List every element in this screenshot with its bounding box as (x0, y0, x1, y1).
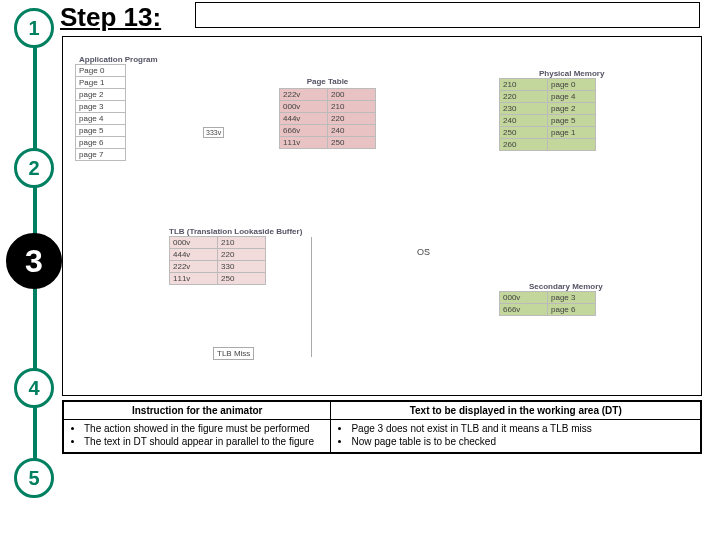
secondary-memory-block: Secondary Memory 000vpage 3 666vpage 6 (499, 282, 603, 316)
step-node-2: 2 (14, 148, 54, 188)
dt-header: Text to be displayed in the working area… (331, 401, 701, 420)
list-item: The text in DT should appear in parallel… (84, 436, 324, 447)
table-row: Page 0 (76, 65, 126, 77)
table-row: Page 1 (76, 77, 126, 89)
table-row: page 3 (76, 101, 126, 113)
step-title: Step 13: (60, 2, 161, 33)
table-row: 230page 2 (500, 103, 596, 115)
os-label: OS (417, 247, 430, 257)
instruction-cell: The action showed in the figure must be … (63, 420, 331, 454)
table-row: 240page 5 (500, 115, 596, 127)
table-row: page 4 (76, 113, 126, 125)
table-row: 222v200 (280, 89, 376, 101)
secondary-memory-table: 000vpage 3 666vpage 6 (499, 291, 596, 316)
table-row: 111v250 (280, 137, 376, 149)
dt-cell: Page 3 does not exist in TLB and it mean… (331, 420, 701, 454)
table-row: 000v210 (170, 237, 266, 249)
table-row: 220page 4 (500, 91, 596, 103)
table-row: 222v330 (170, 261, 266, 273)
tlb-label: TLB (Translation Lookaside Buffer) (169, 227, 302, 236)
table-row: 666v240 (280, 125, 376, 137)
stepper: 1 2 3 4 5 (14, 8, 54, 480)
application-program-label: Application Program (79, 55, 158, 64)
list-item: Page 3 does not exist in TLB and it mean… (351, 423, 694, 434)
application-program-table: Page 0 Page 1 page 2 page 3 page 4 page … (75, 64, 126, 161)
table-row: 666vpage 6 (500, 304, 596, 316)
table-row: page 6 (76, 137, 126, 149)
secondary-memory-label: Secondary Memory (529, 282, 603, 291)
table-row: page 2 (76, 89, 126, 101)
table-row: 000vpage 3 (500, 292, 596, 304)
table-row: Instruction for the animator Text to be … (63, 401, 701, 420)
step-node-5: 5 (14, 458, 54, 498)
page-table-label: Page Table (279, 77, 376, 86)
page-table-block: Page Table 222v200 000v210 444v220 666v2… (279, 77, 376, 149)
physical-memory-block: Physical Memory 210page 0 220page 4 230p… (499, 69, 604, 151)
arrow-line (311, 237, 312, 357)
table-row: page 7 (76, 149, 126, 161)
physical-memory-table: 210page 0 220page 4 230page 2 240page 5 … (499, 78, 596, 151)
table-row: The action showed in the figure must be … (63, 420, 701, 454)
step-node-1: 1 (14, 8, 54, 48)
tlb-miss-label: TLB Miss (213, 347, 254, 360)
table-row: 260 (500, 139, 596, 151)
title-input-box (195, 2, 700, 28)
table-row: 444v220 (280, 113, 376, 125)
vaddr-box: 333v (203, 127, 224, 138)
tlb-table: 000v210 444v220 222v330 111v250 (169, 236, 266, 285)
step-node-4: 4 (14, 368, 54, 408)
application-program-block: Application Program Page 0 Page 1 page 2… (75, 55, 158, 161)
table-row: 000v210 (280, 101, 376, 113)
page-table: 222v200 000v210 444v220 666v240 111v250 (279, 88, 376, 149)
instruction-header: Instruction for the animator (63, 401, 331, 420)
list-item: The action showed in the figure must be … (84, 423, 324, 434)
table-row: 111v250 (170, 273, 266, 285)
tlb-block: TLB (Translation Lookaside Buffer) 000v2… (169, 227, 302, 285)
list-item: Now page table is to be checked (351, 436, 694, 447)
table-row: 210page 0 (500, 79, 596, 91)
diagram-area: Application Program Page 0 Page 1 page 2… (62, 36, 702, 396)
physical-memory-label: Physical Memory (539, 69, 604, 78)
instruction-table: Instruction for the animator Text to be … (62, 400, 702, 454)
table-row: 444v220 (170, 249, 266, 261)
table-row: 250page 1 (500, 127, 596, 139)
step-node-3-active: 3 (6, 233, 62, 289)
table-row: page 5 (76, 125, 126, 137)
